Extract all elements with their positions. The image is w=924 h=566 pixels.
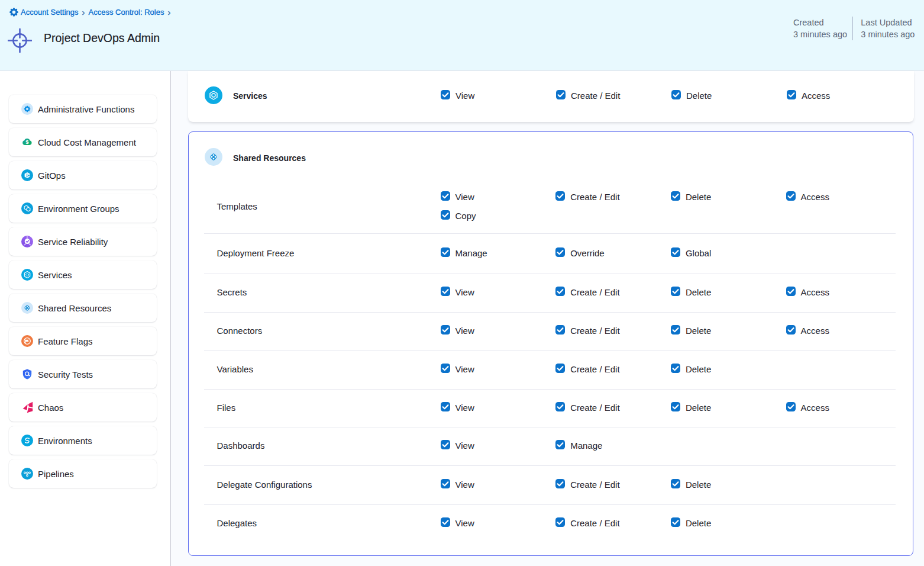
svg-text:$: $ xyxy=(25,139,29,145)
